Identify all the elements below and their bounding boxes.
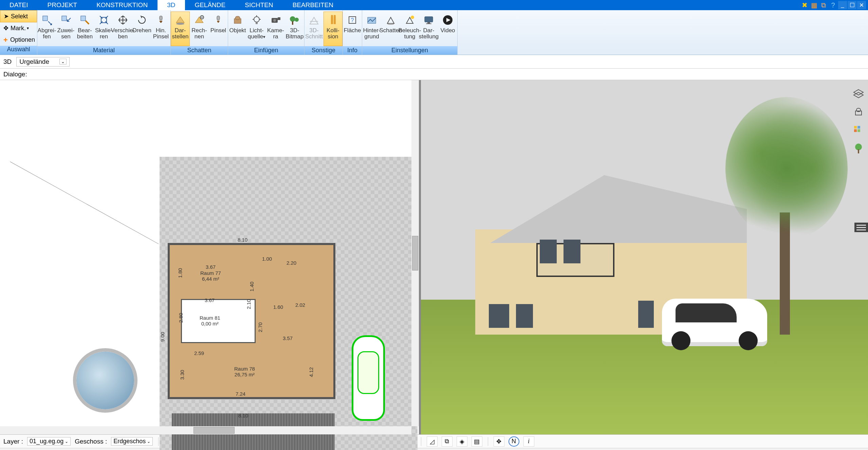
ribbon-label: 3D- Schnitt [305, 27, 323, 40]
svg-rect-13 [278, 17, 280, 20]
ribbon-label: Hin. Pinsel [153, 27, 169, 40]
svg-rect-37 [857, 129, 860, 132]
diamond-icon[interactable]: ◈ [457, 436, 467, 447]
dialogs-label: Dialoge: [3, 71, 27, 78]
furniture-icon[interactable] [852, 105, 865, 119]
ribbon-group-info: ?Fläche Info [343, 10, 362, 55]
mark-button[interactable]: ✥ Mark.▾ [0, 22, 37, 34]
menu-tab-bearbeiten[interactable]: BEARBEITEN [283, 0, 343, 10]
ribbon-button[interactable]: Bear- beiten [75, 12, 94, 46]
geschoss-label: Geschoss : [75, 438, 107, 445]
car-floorplan-selected[interactable] [352, 335, 385, 421]
layers-toggle-icon[interactable] [852, 87, 865, 100]
maximize-button[interactable]: ☐ [848, 1, 856, 9]
menu-bar: DATEI PROJEKT KONSTRUKTION 3D GELÄNDE SI… [0, 0, 868, 10]
ribbon-button[interactable]: ?Fläche [343, 12, 362, 46]
stripes-icon[interactable]: ▤ [472, 436, 482, 447]
svg-point-26 [387, 23, 394, 25]
triangle-icon[interactable]: ◿ [427, 436, 438, 447]
ribbon-button[interactable]: Pinsel [209, 12, 228, 46]
ribbon-button[interactable]: Objekt [228, 12, 247, 46]
svg-point-27 [411, 16, 414, 19]
room-label: Raum 776,44 m² [200, 270, 221, 282]
bottom-toolbar: Layer : 01_ug.eg.og⌄ Geschoss : Erdgesch… [0, 434, 868, 448]
layer-select[interactable]: 01_ug.eg.og⌄ [27, 437, 71, 446]
ribbon-button[interactable]: Drehen [132, 12, 151, 46]
ribbon-button[interactable]: Abgrei- fen [37, 12, 56, 46]
ribbon-group-material: Abgrei- fenZuwei- senBear- beitenSkalie-… [37, 10, 171, 55]
dim-left: 9.00 [160, 332, 165, 342]
layers-icon[interactable]: ⧉ [819, 1, 828, 9]
horizontal-scrollbar[interactable] [0, 426, 411, 434]
ribbon-button[interactable]: Licht- quelle [247, 12, 266, 46]
ribbon-label: Dar- stellen [172, 27, 188, 40]
dim: 3.57 [283, 335, 293, 341]
ribbon-icon [154, 13, 168, 27]
dim: 3.67 [205, 297, 215, 303]
mark-icon: ✥ [2, 25, 10, 32]
north-icon[interactable]: N [509, 436, 519, 447]
ribbon-group-einstellungen: Hinter- grundSchattenBeleuch- tungDar- s… [362, 10, 458, 55]
svg-point-21 [331, 15, 333, 17]
select-button[interactable]: ➤ Selekt [0, 10, 37, 22]
ribbon-label: Bear- beiten [77, 27, 93, 40]
menu-tab-gelaende[interactable]: GELÄNDE [185, 0, 235, 10]
svg-rect-17 [292, 21, 293, 25]
ribbon-icon [173, 13, 187, 27]
ribbon-button[interactable]: Video [438, 12, 457, 46]
ribbon-button[interactable]: 3D- Bitmap [285, 12, 304, 46]
ribbon-button[interactable]: Kame- ra [266, 12, 285, 46]
context-bar: 3D Urgelände ⌄ [0, 55, 868, 69]
dim: 2.80 [178, 313, 184, 323]
package-icon[interactable]: ▦ [810, 1, 818, 9]
geschoss-select[interactable]: Erdgeschos⌄ [111, 437, 153, 446]
ribbon-button[interactable]: Beleuch- tung [400, 12, 419, 46]
tools-icon[interactable]: ✖ [800, 1, 809, 9]
close-button[interactable]: ✕ [857, 1, 866, 9]
ribbon-button[interactable]: Zuwei- sen [56, 12, 75, 46]
ribbon-icon [40, 13, 54, 27]
menu-tab-sichten[interactable]: SICHTEN [235, 0, 283, 10]
ribbon-label: Rech- nen [191, 27, 207, 40]
ribbon-group-schatten: Dar- stellenRech- nenPinsel Schatten [171, 10, 228, 55]
ribbon-button[interactable]: Rech- nen [190, 12, 209, 46]
svg-text:?: ? [351, 17, 354, 23]
options-button[interactable]: + Optionen [0, 34, 37, 46]
layer-combo[interactable]: Urgelände ⌄ [16, 57, 70, 67]
panel-drag-handle[interactable] [854, 223, 868, 232]
ribbon-button[interactable]: Schatten [381, 12, 400, 46]
help-icon[interactable]: ? [829, 1, 837, 9]
ribbon-button[interactable]: Kolli- sion [324, 12, 343, 46]
ribbon-icon [403, 13, 417, 27]
ribbon-icon [231, 13, 244, 27]
color-palette-icon[interactable] [852, 124, 865, 137]
ribbon-icon [441, 13, 455, 27]
vertical-scrollbar[interactable] [411, 80, 419, 426]
ribbon-button[interactable]: Hin. Pinsel [151, 12, 170, 46]
ribbon-button[interactable]: Hinter- grund [362, 12, 381, 46]
ribbon-button[interactable]: Dar- stellen [171, 12, 190, 46]
menu-tab-datei[interactable]: DATEI [0, 0, 38, 10]
dim: 2.70 [257, 322, 263, 332]
ribbon-button[interactable]: Verschie- ben [113, 12, 132, 46]
group-label: Sonstige [304, 46, 343, 55]
ribbon-button[interactable]: Dar- stellung [419, 12, 438, 46]
ribbon-icon [116, 13, 130, 27]
tree-icon[interactable] [852, 142, 865, 155]
move-icon[interactable]: ✥ [494, 436, 504, 447]
select-label: Selekt [11, 13, 28, 20]
menu-tab-projekt[interactable]: PROJEKT [38, 0, 87, 10]
info-icon[interactable]: i [523, 436, 534, 447]
minimize-button[interactable]: _ [838, 1, 847, 9]
ribbon-icon [97, 13, 111, 27]
menu-tab-konstruktion[interactable]: KONSTRUKTION [87, 0, 158, 10]
dim: 2.10 [246, 299, 252, 309]
svg-rect-11 [256, 22, 258, 24]
3d-view-pane[interactable] [421, 80, 868, 434]
svg-rect-35 [857, 126, 860, 129]
ribbon-button: 3D- Schnitt [304, 12, 324, 46]
chevron-down-icon: ⌄ [59, 59, 67, 64]
menu-tab-3d[interactable]: 3D [158, 0, 185, 10]
stack-icon[interactable]: ⧉ [442, 436, 453, 447]
floorplan-pane[interactable]: 8.10 9.00 3.67 1.80 3.67 2.80 2.59 3.30 … [0, 80, 421, 434]
